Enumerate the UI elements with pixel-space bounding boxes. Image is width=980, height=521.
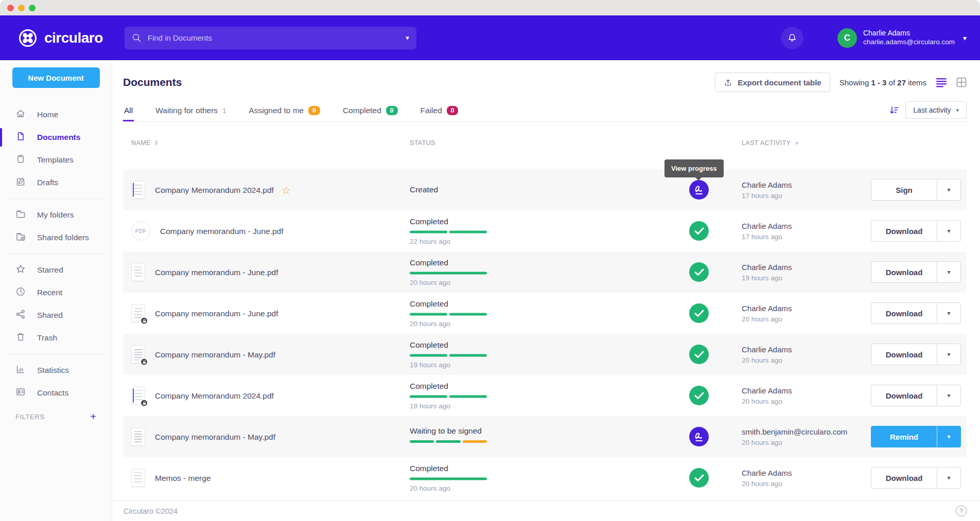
signature-progress-icon[interactable] [689,180,709,200]
maximize-window-button[interactable] [29,5,36,11]
sidebar-item-label: Contacts [37,388,68,398]
grid-view-button[interactable] [956,77,967,87]
progress-bar[interactable] [410,354,487,357]
export-document-table-button[interactable]: Export document table [715,73,830,92]
trash-icon [15,332,26,344]
progress-bar[interactable] [410,272,487,275]
minimize-window-button[interactable] [18,5,25,11]
brand-logo[interactable]: circularo [18,28,103,48]
sort-direction-icon[interactable] [889,105,899,115]
global-search[interactable]: ▾ [125,27,416,49]
user-name: Charlie Adams [863,29,955,38]
document-name: Company memorandum - May.pdf [155,432,275,441]
tab-all[interactable]: All [123,101,134,121]
progress-bar[interactable] [410,396,487,398]
tab-label: Waiting for others [155,106,218,115]
row-action-button: Download▾ [871,302,961,324]
table-row[interactable]: Memos - mergeCompleted20 hours agoCharli… [123,457,967,498]
download-button[interactable]: Download [871,302,937,324]
search-input[interactable] [148,33,396,42]
table-row[interactable]: PDFCompany memorandum - June.pdfComplete… [123,210,967,251]
sidebar-item-shared[interactable]: Shared [0,304,112,327]
status-icon-cell [689,468,709,488]
download-button[interactable]: Download [871,261,937,283]
sidebar-item-shared-folders[interactable]: Shared folders [0,226,112,249]
completed-check-icon[interactable] [689,221,709,241]
action-dropdown-caret[interactable]: ▾ [937,220,961,242]
help-button[interactable]: ? [956,506,967,516]
sidebar-item-home[interactable]: Home [0,103,112,126]
table-row[interactable]: Company Memorandum 2024.pdfCompleted19 h… [123,375,967,416]
add-filter-button[interactable]: + [90,411,96,422]
sidebar-item-statistics[interactable]: Statistics [0,359,112,382]
progress-bar[interactable] [410,478,487,480]
list-view-button[interactable] [936,77,947,87]
status-cell: Waiting to be signed [410,426,574,447]
completed-check-icon[interactable] [689,262,709,282]
sign-button[interactable]: Sign [871,179,937,201]
sort-by-dropdown[interactable]: Last activity ▾ [905,101,967,119]
column-header-last-activity[interactable]: LAST ACTIVITY▼ [742,139,800,147]
column-header-status[interactable]: STATUS [410,139,435,147]
sidebar-item-trash[interactable]: Trash [0,327,112,349]
notifications-button[interactable] [781,27,803,49]
status-cell: Completed20 hours ago [410,464,574,492]
action-dropdown-caret[interactable]: ▾ [937,385,961,406]
sidebar-item-documents[interactable]: Documents [0,126,112,149]
user-menu[interactable]: C Charlie Adams charlie.adams@circularo.… [837,28,967,48]
tab-completed[interactable]: Completed0 [342,101,399,121]
column-header-name[interactable]: NAME▲▼ [131,139,159,147]
search-scope-caret-icon[interactable]: ▾ [406,34,409,42]
download-button[interactable]: Download [871,220,937,242]
action-dropdown-caret[interactable]: ▾ [937,179,961,201]
table-row[interactable]: Company memorandum - May.pdfCompleted19 … [123,334,967,375]
progress-segment [410,272,487,275]
completed-check-icon[interactable] [689,386,709,405]
sort-by-label: Last activity [913,106,951,114]
action-dropdown-caret[interactable]: ▾ [937,426,961,447]
action-dropdown-caret[interactable]: ▾ [937,302,961,324]
download-button[interactable]: Download [871,467,937,489]
progress-bar[interactable] [410,231,487,233]
table-row[interactable]: Company Memorandum 2024.pdf☆CreatedCharl… [123,169,967,210]
download-button[interactable]: Download [871,344,937,365]
download-button[interactable]: Download [871,385,937,406]
tab-failed[interactable]: Failed0 [419,101,460,121]
new-document-button[interactable]: New Document [12,67,100,88]
status-cell: Completed20 hours ago [410,299,574,328]
status-text: Completed [410,299,574,309]
status-text: Completed [410,217,574,226]
sidebar-item-contacts[interactable]: Contacts [0,382,112,404]
progress-segment [410,440,434,443]
sidebar-item-drafts[interactable]: Drafts [0,171,112,194]
sidebar-item-label: Recent [37,288,62,297]
progress-bar[interactable] [410,440,487,443]
sidebar-item-recent[interactable]: Recent [0,281,112,304]
sidebar-item-templates[interactable]: Templates [0,149,112,171]
action-dropdown-caret[interactable]: ▾ [937,261,961,283]
action-dropdown-caret[interactable]: ▾ [937,467,961,489]
tab-assigned-to-me[interactable]: Assigned to me0 [248,101,321,121]
document-name: Company memorandum - May.pdf [155,350,275,359]
document-thumbnail-icon [131,428,145,446]
tab-label: Completed [343,106,381,115]
sidebar-item-starred[interactable]: Starred [0,259,112,281]
completed-check-icon[interactable] [689,303,709,323]
tab-waiting-for-others[interactable]: Waiting for others1 [154,101,227,121]
remind-button[interactable]: Remind [871,426,937,447]
close-window-button[interactable] [7,5,14,11]
table-row[interactable]: Company memorandum - June.pdfCompleted20… [123,293,967,334]
row-action: Download▾ [871,220,961,242]
star-icon[interactable]: ☆ [282,184,291,196]
signature-progress-icon[interactable] [689,427,709,446]
progress-bar[interactable] [410,313,487,316]
column-header-label: LAST ACTIVITY [742,139,791,147]
sort-caret-icon: ▼ [794,140,799,146]
table-row[interactable]: Company memorandum - June.pdfCompleted20… [123,251,967,293]
row-action-button: Download▾ [871,385,961,406]
completed-check-icon[interactable] [689,345,709,364]
completed-check-icon[interactable] [689,468,709,488]
action-dropdown-caret[interactable]: ▾ [937,344,961,365]
table-row[interactable]: Company memorandum - May.pdfWaiting to b… [123,416,967,457]
sidebar-item-my-folders[interactable]: My folders [0,204,112,226]
